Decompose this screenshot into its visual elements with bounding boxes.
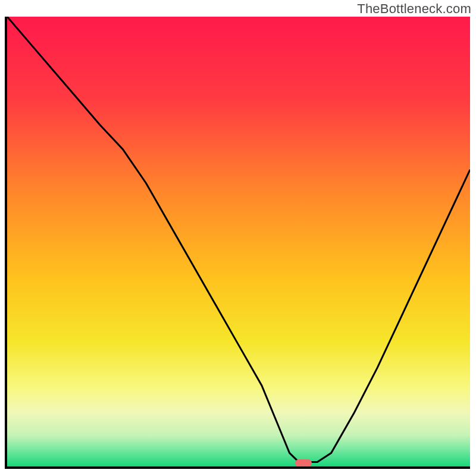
- svg-rect-0: [7, 17, 470, 466]
- plot-area: [5, 17, 470, 469]
- chart-stage: TheBottleneck.com: [0, 0, 476, 476]
- optimal-marker: [295, 459, 312, 466]
- background-gradient: [7, 17, 470, 466]
- watermark-text: TheBottleneck.com: [357, 1, 471, 17]
